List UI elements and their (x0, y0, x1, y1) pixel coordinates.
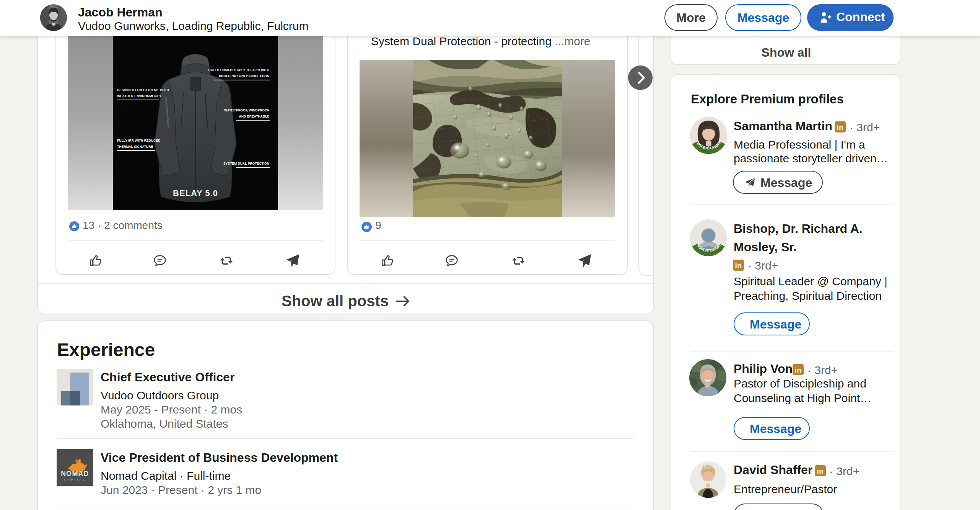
svg-text:DESIGNED FOR EXTREME COLD: DESIGNED FOR EXTREME COLD (117, 88, 169, 92)
svg-text:BELAY 5.0: BELAY 5.0 (173, 188, 218, 198)
svg-text:THERMAL SIGNATURE: THERMAL SIGNATURE (117, 145, 153, 149)
svg-text:WEATHER ENVIRONMENTS: WEATHER ENVIRONMENTS (117, 94, 161, 98)
svg-text:SYSTEM DUAL PROTECTION: SYSTEM DUAL PROTECTION (223, 162, 269, 165)
svg-text:WATERPROOF, WINDPROOF: WATERPROOF, WINDPROOF (224, 108, 269, 112)
svg-text:AND BREATHABLE: AND BREATHABLE (239, 114, 269, 118)
svg-text:CAPITAL: CAPITAL (64, 478, 86, 481)
svg-text:RATED COMFORTABLY TO -15°C WIT: RATED COMFORTABLY TO -15°C WITH (208, 68, 269, 72)
svg-text:PRIMALOFT GOLD INSULATION: PRIMALOFT GOLD INSULATION (219, 74, 269, 78)
svg-text:FULLY IRR WITH REDUCED: FULLY IRR WITH REDUCED (117, 139, 160, 142)
svg-text:NOMAD: NOMAD (61, 470, 89, 477)
